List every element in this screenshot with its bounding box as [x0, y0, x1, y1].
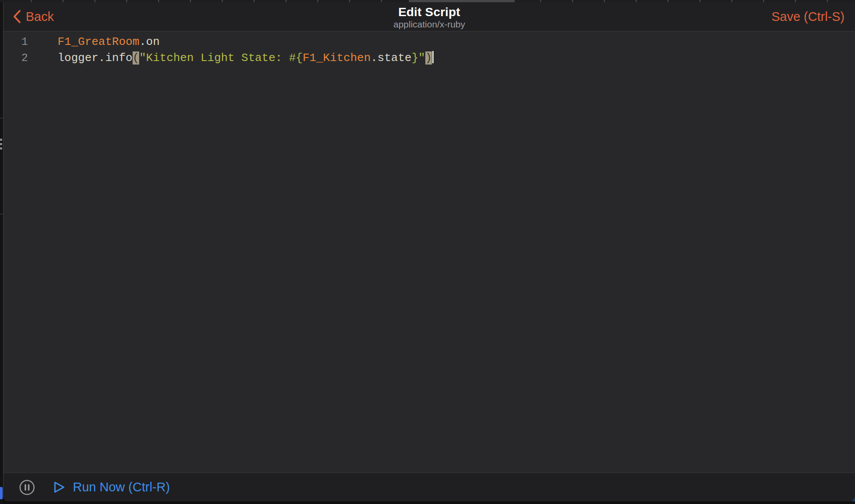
code-text: logger.info("Kitchen Light State: #{F1_K…: [28, 50, 434, 66]
edit-script-popup: Back Edit Script application/x-ruby Save…: [3, 2, 855, 501]
code-segment: #{: [289, 51, 303, 65]
run-now-button[interactable]: Run Now (Ctrl-R): [53, 480, 170, 494]
page-title: Edit Script application/x-ruby: [393, 5, 465, 30]
line-number: 2: [3, 50, 28, 66]
code-segment: .state: [371, 51, 412, 65]
popup-title: Edit Script: [393, 5, 465, 19]
chevron-left-icon: [13, 10, 21, 23]
background-menu-icon: [0, 139, 2, 141]
code-line: 2logger.info("Kitchen Light State: #{F1_…: [3, 50, 855, 66]
background-menu-icon: [0, 147, 2, 150]
code-segment: (: [133, 51, 140, 65]
background-row-divider: [0, 214, 3, 215]
code-segment: }": [411, 51, 425, 65]
navbar: Back Edit Script application/x-ruby Save…: [3, 2, 855, 31]
code-segment: F1_GreatRoom: [58, 35, 139, 48]
popup-subtitle: application/x-ruby: [393, 19, 465, 30]
play-icon: [53, 481, 65, 494]
code-segment: F1_Kitchen: [303, 51, 371, 65]
background-row-divider: [0, 118, 3, 119]
code-segment: ): [425, 51, 432, 65]
background-link-artifact: [0, 487, 3, 499]
text-cursor: [432, 51, 434, 63]
run-now-label: Run Now (Ctrl-R): [73, 480, 170, 494]
back-button[interactable]: Back: [13, 10, 54, 24]
code-segment: logger.info: [58, 51, 133, 65]
back-button-label: Back: [26, 10, 54, 24]
pause-button[interactable]: [19, 479, 35, 496]
code-segment: "Kitchen Light State:: [139, 51, 289, 65]
code-text: F1_GreatRoom.on: [28, 34, 160, 50]
code-editor[interactable]: 1F1_GreatRoom.on2logger.info("Kitchen Li…: [3, 31, 855, 473]
save-button[interactable]: Save (Ctrl-S): [771, 10, 845, 24]
code-segment: .on: [139, 35, 160, 48]
background-menu-icon: [0, 143, 2, 145]
background-page-edge: [0, 2, 3, 504]
bottom-toolbar: Run Now (Ctrl-R): [3, 473, 855, 501]
code-line: 1F1_GreatRoom.on: [3, 34, 855, 50]
pause-circle-icon: [19, 479, 35, 496]
line-number: 1: [3, 34, 28, 50]
